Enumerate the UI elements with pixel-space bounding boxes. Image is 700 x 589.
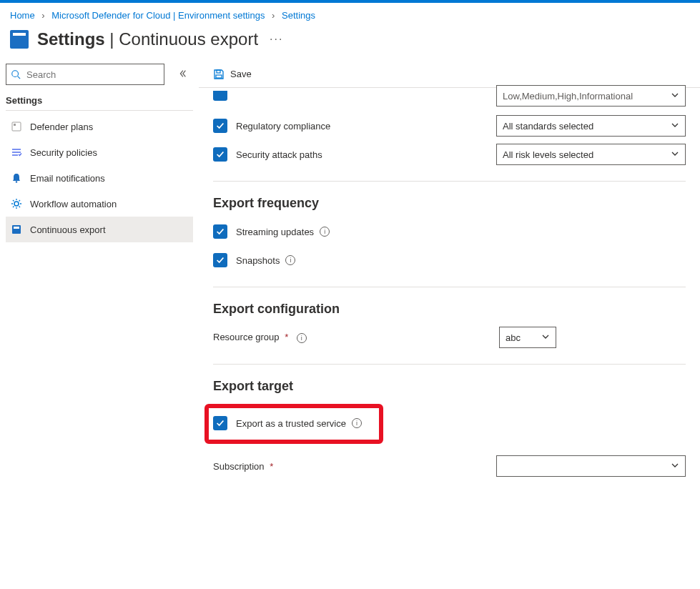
resource-group-label: Resource group [213,332,280,342]
chevron-down-icon [671,91,679,102]
required-indicator: * [285,332,288,342]
checkbox-clipped[interactable] [213,91,227,101]
attack-paths-label: Security attack paths [236,149,322,160]
svg-rect-12 [216,75,222,78]
sidebar-heading: Settings [6,92,193,111]
svg-rect-2 [12,122,21,131]
chevron-down-icon [671,121,679,132]
chevron-down-icon [671,461,679,472]
streaming-updates-label: Streaming updates [236,227,314,237]
subscription-select[interactable] [496,455,686,477]
chevron-down-icon [541,332,550,343]
snapshots-checkbox[interactable] [213,253,227,267]
chevron-right-icon: › [41,10,44,21]
save-icon [213,69,225,80]
resource-group-select[interactable]: abc [499,327,556,348]
collapse-sidebar-button[interactable] [177,69,187,81]
svg-rect-10 [14,227,19,229]
search-icon [11,69,21,79]
info-icon[interactable]: i [352,418,362,428]
attack-paths-checkbox[interactable] [213,147,227,162]
breadcrumb-home[interactable]: Home [10,10,35,21]
chevron-right-icon: › [272,10,275,21]
svg-rect-11 [217,70,220,73]
page-header: Settings | Continuous export ··· [0,25,700,61]
export-icon [10,223,23,236]
sidebar-item-label: Defender plans [30,122,93,132]
breadcrumb-defender[interactable]: Microsoft Defender for Cloud | Environme… [51,10,265,21]
main-content: Save Low,Medium,High,Informational [199,61,700,505]
snapshots-label: Snapshots [236,255,280,266]
list-check-icon [10,146,23,159]
sidebar-item-label: Workflow automation [30,199,117,209]
required-indicator: * [270,461,273,472]
settings-blade-icon [10,30,29,49]
trusted-service-checkbox[interactable] [213,416,227,430]
gear-icon [10,197,23,210]
sidebar-item-email-notifications[interactable]: Email notifications [6,165,193,191]
export-configuration-heading: Export configuration [213,302,686,317]
toolbar: Save [199,61,700,88]
info-icon[interactable]: i [297,333,307,343]
streaming-updates-checkbox[interactable] [213,224,227,239]
more-actions-button[interactable]: ··· [270,33,283,46]
sidebar-item-security-policies[interactable]: Security policies [6,139,193,165]
sidebar-item-defender-plans[interactable]: Defender plans [6,114,193,139]
severity-select[interactable]: Low,Medium,High,Informational [496,85,686,107]
divider [213,287,686,287]
info-icon[interactable]: i [320,227,330,237]
regulatory-compliance-select[interactable]: All standards selected [496,115,686,137]
sidebar-item-label: Email notifications [30,173,105,184]
svg-point-8 [14,202,19,206]
search-input[interactable] [25,65,159,84]
regulatory-compliance-checkbox[interactable] [213,119,227,133]
svg-rect-3 [14,124,16,126]
export-target-heading: Export target [213,379,686,394]
svg-line-1 [18,76,21,79]
shield-icon [10,120,23,133]
attack-paths-select[interactable]: All risk levels selected [496,144,686,165]
save-button[interactable]: Save [213,69,252,80]
info-icon[interactable]: i [285,255,295,265]
page-title: Settings | Continuous export [37,29,258,49]
svg-point-0 [12,71,19,77]
trusted-service-label: Export as a trusted service [236,418,346,429]
sidebar-item-continuous-export[interactable]: Continuous export [6,217,193,242]
divider [213,181,686,182]
sidebar: Settings Defender plans Security policie… [0,61,199,505]
bell-icon [10,172,23,184]
regulatory-compliance-label: Regulatory compliance [236,121,330,132]
sidebar-item-label: Continuous export [30,224,106,235]
breadcrumb: Home › Microsoft Defender for Cloud | En… [0,3,700,25]
subscription-label: Subscription [213,461,265,472]
export-frequency-heading: Export frequency [213,196,686,211]
svg-rect-9 [12,225,21,234]
chevron-down-icon [671,149,679,160]
breadcrumb-settings[interactable]: Settings [282,10,315,21]
sidebar-search[interactable] [6,64,164,85]
sidebar-item-workflow-automation[interactable]: Workflow automation [6,191,193,217]
sidebar-item-label: Security policies [30,147,97,158]
svg-point-7 [16,181,17,182]
divider [213,364,686,365]
